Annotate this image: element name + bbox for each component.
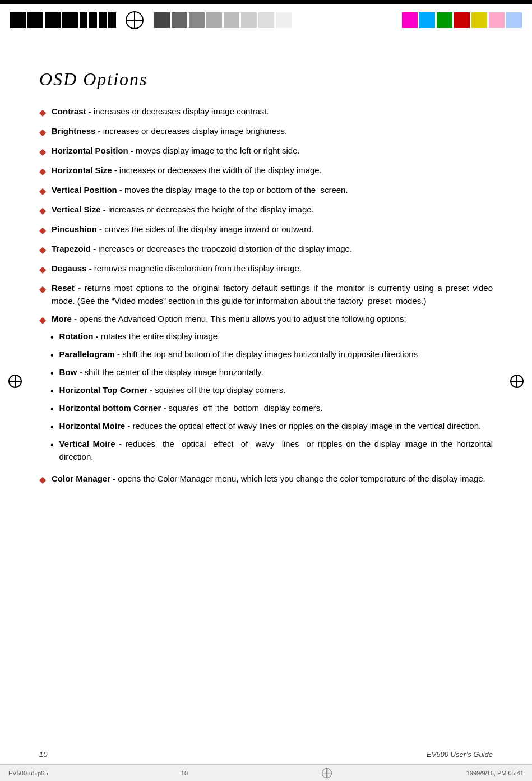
label-pincushion: Pincushion - [52,224,102,234]
list-item-contrast: ◆ Contrast - increases or decreases disp… [39,105,493,119]
left-reg-mark [8,375,22,388]
main-content: OSD Options ◆ Contrast - increases or de… [0,35,532,515]
list-item-vpos: ◆ Vertical Position - moves the display … [39,184,493,198]
crosshair-circle-left [126,11,144,29]
sub-text-h-moire: Horizontal Moire - reduces the optical e… [59,420,493,433]
list-item-brightness: ◆ Brightness - increases or decreases di… [39,125,493,139]
black-sq-5 [80,12,87,28]
crosshair-left [123,9,146,31]
sub-label-parallelogram: Parallelogram - [59,349,120,359]
diamond-icon-5: ◆ [39,184,46,198]
diamond-icon-3: ◆ [39,145,46,159]
item-text-color-manager: Color Manager - opens the Color Manager … [52,473,493,486]
list-item-hpos: ◆ Horizontal Position - moves display im… [39,145,493,159]
gray-sq-3 [189,12,205,28]
bottom-crosshair [321,767,333,779]
label-degauss: Degauss - [52,264,92,273]
label-trapezoid: Trapezoid - [52,244,96,253]
list-item-color-manager: ◆ Color Manager - opens the Color Manage… [39,473,493,487]
black-sq-1 [10,12,26,28]
diamond-icon-12: ◆ [39,473,46,487]
bottom-strip: EV500-u5.p65 10 1999/9/16, PM 05:41 [0,764,532,781]
label-more: More - [52,314,77,324]
gray-sq-7 [258,12,274,28]
sub-label-h-moire: Horizontal Moire [59,421,126,431]
sub-bullet-7: • [50,438,54,452]
diamond-icon-2: ◆ [39,126,46,139]
sub-label-h-top-corner: Horizontal Top Corner - [59,385,152,395]
list-item-pincushion: ◆ Pincushion - curves the sides of the d… [39,223,493,237]
gray-sq-6 [241,12,257,28]
list-item-vsize: ◆ Vertical Size - increases or decreases… [39,204,493,218]
color-sq-red [454,12,470,28]
diamond-icon-7: ◆ [39,224,46,237]
sub-item-rotation: • Rotation - rotates the entire display … [50,330,493,344]
footer-guide-title: EV500 User’s Guide [427,750,493,759]
sub-item-h-bottom-corner: • Horizontal bottom Corner - squares off… [50,402,493,416]
list-item-degauss: ◆ Degauss - removes magnetic discolorati… [39,262,493,276]
color-sq-pink [489,12,505,28]
sub-item-h-top-corner: • Horizontal Top Corner - squares off th… [50,384,493,398]
black-sq-4 [62,12,78,28]
diamond-icon-8: ◆ [39,243,46,257]
sub-bullet-3: • [50,367,54,380]
label-reset: Reset - [52,283,81,293]
label-vsize: Vertical Size - [52,205,106,214]
gray-squares [154,12,293,28]
sub-list-more: • Rotation - rotates the entire display … [50,330,493,467]
sub-bullet-2: • [50,349,54,362]
sub-item-h-moire: • Horizontal Moire - reduces the optical… [50,420,493,434]
gray-sq-2 [172,12,187,28]
sub-bullet-5: • [50,403,54,416]
gray-sq-8 [276,12,292,28]
label-contrast: Contrast - [52,107,91,116]
sub-text-rotation: Rotation - rotates the entire display im… [59,330,493,343]
black-sq-3 [45,12,61,28]
list-item-more: ◆ More - opens the Advanced Option menu.… [39,313,493,467]
item-text-trapezoid: Trapezoid - increases or decreases the t… [52,243,493,256]
sub-bullet-4: • [50,385,54,398]
black-squares-left [10,12,118,28]
page-footer: 10 EV500 User’s Guide [39,750,493,759]
gray-sq-5 [224,12,239,28]
black-sq-6 [89,12,97,28]
label-color-manager: Color Manager - [52,474,115,483]
sub-label-h-bottom-corner: Horizontal bottom Corner - [59,403,166,413]
sub-text-bow: Bow - shift the center of the display im… [59,366,493,379]
footer-page-number: 10 [39,750,47,759]
sub-text-h-bottom-corner: Horizontal bottom Corner - squares off t… [59,402,493,415]
sub-text-parallelogram: Parallelogram - shift the top and bottom… [59,348,493,361]
sub-text-h-top-corner: Horizontal Top Corner - squares off the … [59,384,493,397]
color-sq-magenta [402,12,418,28]
color-sq-green [437,12,452,28]
sub-item-parallelogram: • Parallelogram - shift the top and bott… [50,348,493,362]
diamond-icon-9: ◆ [39,263,46,276]
sub-bullet-6: • [50,420,54,434]
label-brightness: Brightness - [52,126,101,136]
color-sq-yellow [471,12,487,28]
sub-label-bow: Bow - [59,367,82,377]
list-item-hsize: ◆ Horizontal Size - increases or decreas… [39,164,493,178]
bottom-center-page: 10 [181,770,188,777]
right-reg-mark [510,375,524,388]
page-title: OSD Options [39,69,493,90]
black-sq-2 [27,12,43,28]
item-text-contrast: Contrast - increases or decreases displa… [52,105,493,118]
bottom-crosshair-circle [322,768,332,778]
item-text-hsize: Horizontal Size - increases or decreases… [52,164,493,177]
black-sq-8 [108,12,116,28]
item-text-reset: Reset - returns most options to the orig… [52,282,493,307]
list-item-reset: ◆ Reset - returns most options to the or… [39,282,493,307]
item-text-hpos: Horizontal Position - moves display imag… [52,145,493,158]
sub-item-v-moire: • Vertical Moire - reduces the optical e… [50,438,493,463]
sub-bullet-1: • [50,331,54,344]
black-sq-7 [99,12,107,28]
diamond-icon-1: ◆ [39,106,46,119]
reg-circle-left [8,375,22,388]
bullet-list: ◆ Contrast - increases or decreases disp… [39,105,493,487]
bottom-datetime: 1999/9/16, PM 05:41 [466,770,524,777]
sub-text-v-moire: Vertical Moire - reduces the optical eff… [59,438,493,463]
item-text-vpos: Vertical Position - moves the display im… [52,184,493,197]
item-text-pincushion: Pincushion - curves the sides of the dis… [52,223,493,236]
sub-item-bow: • Bow - shift the center of the display … [50,366,493,380]
